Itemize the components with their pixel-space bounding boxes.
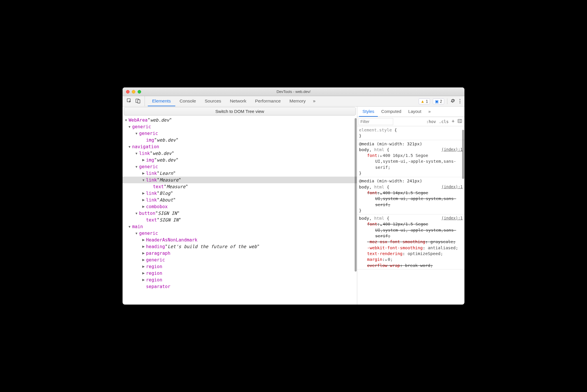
expand-arrow[interactable]: ▼	[135, 165, 138, 168]
expand-arrow[interactable]: ▼	[124, 118, 128, 122]
expand-arrow[interactable]: ▼	[135, 212, 138, 215]
more-tabs-button[interactable]: »	[310, 96, 318, 106]
expand-arrow[interactable]: ▶	[142, 158, 145, 162]
tree-row[interactable]: ▶paragraph	[123, 250, 357, 257]
tab-styles[interactable]: Styles	[359, 107, 378, 117]
expand-arrow[interactable]: ▶	[142, 171, 145, 175]
accessibility-tree-pane: Switch to DOM Tree view ▼WebAreaweb.dev▼…	[123, 107, 357, 305]
close-window-button[interactable]	[126, 90, 130, 94]
tab-computed[interactable]: Computed	[378, 107, 405, 117]
declaration[interactable]: font:▶400 16px/1.5 Segoe	[359, 153, 463, 158]
tab-performance[interactable]: Performance	[251, 96, 285, 106]
tab-console[interactable]: Console	[175, 96, 200, 106]
tab-memory[interactable]: Memory	[285, 96, 310, 106]
expand-arrow[interactable]: ▶	[142, 271, 145, 275]
declaration[interactable]: text-rendering: optimizeSpeed;	[359, 251, 463, 257]
inspect-element-icon[interactable]	[127, 98, 132, 105]
style-rule[interactable]: @media (min-width: 241px)(index):1body, …	[357, 177, 464, 215]
tree-row[interactable]: ▶linkLearn	[123, 170, 357, 177]
scrollbar-thumb[interactable]	[462, 130, 464, 179]
new-style-rule-button[interactable]: +	[451, 118, 455, 124]
declaration[interactable]: font:▶400 14px/1.5 Segoe	[359, 190, 463, 196]
tree-row[interactable]: ▶imgweb.dev	[123, 157, 357, 163]
ax-name: Measure	[164, 184, 188, 189]
switch-view-button[interactable]: Switch to DOM Tree view	[124, 107, 356, 116]
tree-row[interactable]: ▶headingLet's build the future of the we…	[123, 243, 357, 250]
scrollbar-thumb[interactable]	[355, 118, 357, 272]
expand-arrow[interactable]: ▶	[142, 191, 145, 195]
ax-name: Blog	[157, 191, 173, 196]
tree-row[interactable]: ▼navigation	[123, 143, 357, 150]
expand-arrow[interactable]: ▶	[142, 258, 145, 262]
media-query: @media (min-width: 241px)	[359, 178, 463, 184]
declaration[interactable]: font:▶400 12px/1.5 Segoe	[359, 221, 463, 227]
cls-toggle[interactable]: .cls	[439, 119, 449, 124]
source-link[interactable]: (index):1	[442, 184, 463, 190]
tree-row[interactable]: ▶region	[123, 270, 357, 276]
tree-row[interactable]: ▼linkweb.dev	[123, 150, 357, 157]
expand-arrow[interactable]: ▼	[128, 145, 131, 149]
selector: body, html	[359, 216, 384, 221]
style-rule[interactable]: @media (min-width: 321px)(index):1body, …	[357, 140, 464, 177]
styles-rules-list[interactable]: element.style {}@media (min-width: 321px…	[357, 126, 464, 305]
messages-badge[interactable]: ▣ 2	[433, 98, 444, 104]
tree-row[interactable]: ▼generic	[123, 123, 357, 130]
tree-row[interactable]: ▶HeaderAsNonLandmark	[123, 237, 357, 243]
tree-row[interactable]: ▶separator	[123, 283, 357, 290]
more-options-button[interactable]	[458, 99, 462, 103]
styles-tabs: Styles Computed Layout »	[357, 107, 464, 117]
declaration[interactable]: margin:▶0;	[359, 257, 463, 262]
style-rule[interactable]: (index):1body, html {font:▶400 12px/1.5 …	[357, 215, 464, 270]
source-link[interactable]: (index):1	[442, 147, 463, 152]
declaration[interactable]: -moz-osx-font-smoothing: grayscale;	[359, 239, 463, 245]
warnings-badge[interactable]: ▲ 1	[419, 98, 430, 104]
tab-layout[interactable]: Layout	[405, 107, 425, 117]
expand-arrow[interactable]: ▶	[142, 265, 145, 268]
tab-elements[interactable]: Elements	[148, 96, 175, 106]
tree-row[interactable]: ▼generic	[123, 163, 357, 170]
tree-row[interactable]: ▶textMeasure	[123, 183, 357, 190]
minimize-window-button[interactable]	[132, 90, 135, 94]
expand-arrow[interactable]: ▼	[135, 132, 138, 135]
expand-arrow[interactable]: ▼	[128, 225, 131, 228]
tree-row[interactable]: ▶linkAbout	[123, 197, 357, 203]
expand-arrow[interactable]: ▶	[142, 205, 145, 208]
declaration[interactable]: -webkit-font-smoothing: antialiased;	[359, 245, 463, 251]
accessibility-tree[interactable]: ▼WebAreaweb.dev▼generic▼generic▶imgweb.d…	[123, 116, 357, 305]
tree-row[interactable]: ▼main	[123, 223, 357, 230]
expand-arrow[interactable]: ▶	[142, 245, 145, 248]
expand-arrow[interactable]: ▶	[142, 251, 145, 255]
selector: element.style	[359, 128, 392, 132]
expand-arrow[interactable]: ▼	[135, 232, 138, 235]
expand-arrow[interactable]: ▼	[128, 125, 131, 129]
source-link[interactable]: (index):1	[442, 215, 463, 221]
expand-arrow[interactable]: ▼	[135, 152, 138, 155]
tree-row[interactable]: ▶imgweb.dev	[123, 137, 357, 143]
tree-row[interactable]: ▶linkBlog	[123, 190, 357, 197]
tree-row[interactable]: ▼WebAreaweb.dev	[123, 117, 357, 123]
zoom-window-button[interactable]	[138, 90, 141, 94]
tree-row[interactable]: ▶textSIGN IN	[123, 217, 357, 223]
expand-arrow[interactable]: ▼	[142, 178, 145, 182]
tree-row[interactable]: ▼generic	[123, 230, 357, 237]
tree-row[interactable]: ▼generic	[123, 130, 357, 137]
tab-network[interactable]: Network	[225, 96, 251, 106]
hov-toggle[interactable]: :hov	[426, 119, 436, 124]
tree-row[interactable]: ▶region	[123, 276, 357, 283]
tree-row[interactable]: ▶combobox	[123, 203, 357, 210]
device-toolbar-icon[interactable]	[135, 98, 141, 105]
style-rule[interactable]: element.style {}	[357, 126, 464, 140]
tree-row[interactable]: ▶generic	[123, 257, 357, 263]
tree-row[interactable]: ▼linkMeasure	[123, 177, 357, 183]
expand-arrow[interactable]: ▶	[142, 198, 145, 202]
tab-sources[interactable]: Sources	[200, 96, 226, 106]
tree-row[interactable]: ▼buttonSIGN IN	[123, 210, 357, 217]
styles-more-tabs[interactable]: »	[425, 107, 434, 117]
styles-filter-input[interactable]	[358, 118, 393, 125]
expand-arrow[interactable]: ▶	[142, 278, 145, 282]
settings-button[interactable]	[450, 98, 455, 105]
computed-sidebar-toggle[interactable]	[457, 119, 462, 124]
tree-row[interactable]: ▶region	[123, 263, 357, 270]
declaration[interactable]: overflow-wrap: break-word;	[359, 263, 463, 268]
expand-arrow[interactable]: ▶	[142, 238, 145, 242]
